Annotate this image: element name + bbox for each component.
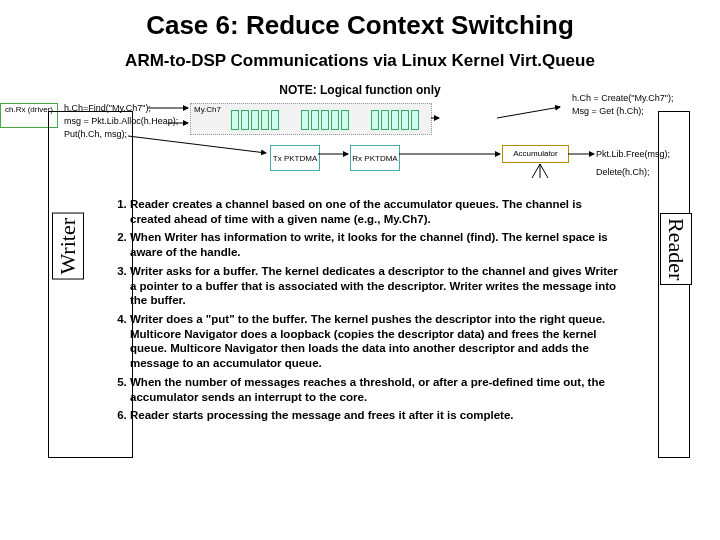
interrupt-icon [530, 164, 550, 184]
step-3: Writer asks for a buffer. The kernel ded… [130, 264, 620, 308]
page-title: Case 6: Reduce Context Switching [0, 0, 720, 41]
accumulator-box: Accumulator [502, 145, 569, 163]
step-1: Reader creates a channel based on one of… [130, 197, 620, 226]
reader-create-label: h.Ch = Create("My.Ch7"); [572, 93, 674, 103]
writer-frame [48, 111, 133, 458]
writer-label: Writer [52, 213, 84, 280]
step-6: Reader starts processing the message and… [130, 408, 620, 423]
rx-pktdma: Rx PKTDMA [350, 145, 400, 171]
svg-line-2 [540, 164, 548, 178]
tx-pktdma: Tx PKTDMA [270, 145, 320, 171]
step-4: Writer does a "put" to the buffer. The k… [130, 312, 620, 371]
channel-label: My.Ch7 [194, 105, 221, 114]
svg-line-7 [497, 107, 560, 118]
steps-list: Reader creates a channel based on one of… [110, 193, 620, 423]
step-5: When the number of messages reaches a th… [130, 375, 620, 404]
step-2: When Writer has information to write, it… [130, 230, 620, 259]
svg-line-0 [532, 164, 540, 178]
channel-chip: My.Ch7 [190, 103, 432, 135]
reader-label: Reader [660, 213, 692, 285]
page-subtitle: ARM-to-DSP Communications via Linux Kern… [0, 51, 720, 71]
